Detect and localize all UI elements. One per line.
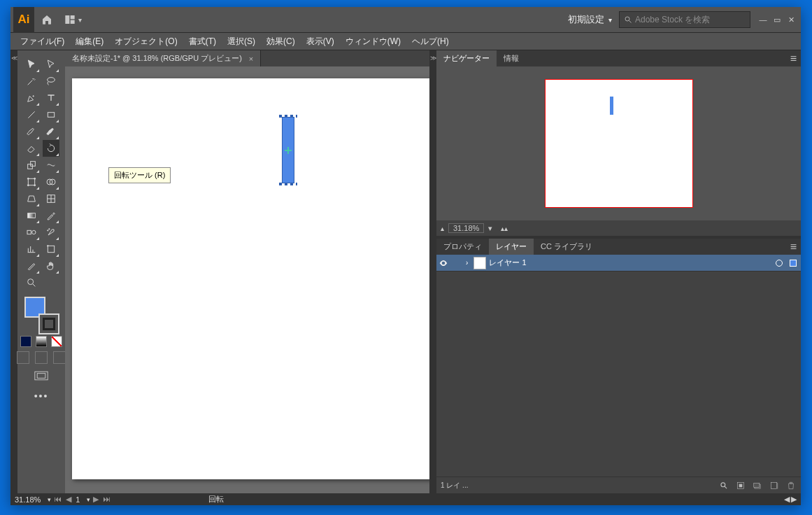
status-zoom[interactable]: 31.18% bbox=[10, 495, 45, 504]
rotate-tool[interactable] bbox=[43, 140, 59, 157]
pen-tool[interactable] bbox=[23, 90, 40, 106]
blend-tool[interactable] bbox=[23, 224, 40, 241]
artboard[interactable] bbox=[72, 78, 429, 479]
magic-wand-tool[interactable] bbox=[23, 73, 40, 90]
tab-cclib[interactable]: CC ライブラリ bbox=[534, 239, 599, 255]
svg-line-34 bbox=[33, 284, 35, 286]
layer-row[interactable]: › レイヤー 1 bbox=[436, 255, 801, 271]
color-mode-gradient[interactable] bbox=[36, 336, 47, 347]
gradient-tool[interactable] bbox=[23, 207, 40, 224]
close-button[interactable]: ✕ bbox=[784, 13, 798, 27]
width-tool[interactable] bbox=[43, 157, 59, 174]
menu-select[interactable]: 選択(S) bbox=[222, 33, 261, 50]
maximize-button[interactable]: ▭ bbox=[770, 13, 784, 27]
draw-normal[interactable] bbox=[17, 351, 29, 364]
free-transform-tool[interactable] bbox=[23, 174, 40, 190]
visibility-toggle[interactable] bbox=[436, 258, 450, 268]
zoom-out-icon[interactable]: ▴ bbox=[441, 225, 444, 232]
right-dock-toggle[interactable]: ≫ bbox=[429, 50, 436, 493]
scale-tool[interactable] bbox=[23, 157, 40, 174]
artboard-number[interactable]: 1 bbox=[71, 495, 84, 504]
layers-list: › レイヤー 1 bbox=[436, 255, 801, 477]
artboard-tool[interactable] bbox=[43, 241, 59, 258]
stroke-swatch[interactable] bbox=[38, 313, 59, 334]
minimize-button[interactable]: — bbox=[756, 13, 770, 27]
arrange-docs-button[interactable]: ▾ bbox=[64, 14, 82, 25]
zoom-in-icon[interactable]: ▴▴ bbox=[501, 225, 508, 232]
clip-mask-icon[interactable] bbox=[735, 480, 746, 491]
prev-artboard-icon[interactable]: ◀ bbox=[66, 495, 71, 504]
menu-view[interactable]: 表示(V) bbox=[301, 33, 340, 50]
first-artboard-icon[interactable]: ⏮ bbox=[54, 495, 62, 504]
expand-icon[interactable]: › bbox=[466, 259, 468, 267]
canvas[interactable] bbox=[65, 66, 429, 493]
lasso-tool[interactable] bbox=[43, 73, 59, 90]
svg-point-33 bbox=[28, 279, 34, 285]
menu-window[interactable]: ウィンドウ(W) bbox=[340, 33, 406, 50]
tab-close-icon[interactable]: × bbox=[249, 55, 253, 63]
mesh-tool[interactable] bbox=[43, 190, 59, 207]
tab-info[interactable]: 情報 bbox=[497, 50, 526, 66]
last-artboard-icon[interactable]: ⏭ bbox=[103, 495, 111, 504]
tab-properties[interactable]: プロパティ bbox=[436, 239, 489, 255]
home-button[interactable] bbox=[34, 7, 59, 33]
draw-behind[interactable] bbox=[35, 351, 48, 364]
svg-rect-1 bbox=[71, 15, 75, 19]
scroll-right-icon[interactable]: ▶ bbox=[791, 495, 797, 504]
document-tab[interactable]: 名称未設定-1* @ 31.18% (RGB/GPU プレビュー) × bbox=[65, 50, 261, 66]
selection-tool[interactable] bbox=[23, 56, 40, 73]
line-tool[interactable] bbox=[23, 106, 40, 123]
rectangle-tool[interactable] bbox=[43, 106, 59, 123]
delete-layer-icon[interactable] bbox=[785, 480, 797, 491]
zoom-chevron-icon[interactable]: ▾ bbox=[45, 496, 54, 503]
svg-rect-0 bbox=[65, 15, 69, 24]
color-mode-none[interactable] bbox=[51, 336, 62, 347]
layers-panel-menu-icon[interactable]: ≡ bbox=[786, 241, 801, 253]
next-artboard-icon[interactable]: ▶ bbox=[93, 495, 99, 504]
menu-type[interactable]: 書式(T) bbox=[183, 33, 222, 50]
draw-inside[interactable] bbox=[53, 351, 66, 364]
new-sublayer-icon[interactable] bbox=[752, 480, 763, 491]
slice-tool[interactable] bbox=[23, 258, 40, 274]
new-layer-icon[interactable] bbox=[769, 480, 780, 491]
menu-edit[interactable]: 編集(E) bbox=[70, 33, 109, 50]
menu-effect[interactable]: 効果(C) bbox=[261, 33, 301, 50]
type-tool[interactable] bbox=[43, 90, 59, 106]
brush-tool[interactable] bbox=[23, 123, 40, 140]
document-tab-label: 名称未設定-1* @ 31.18% (RGB/GPU プレビュー) bbox=[72, 53, 242, 64]
panel-menu-icon[interactable]: ≡ bbox=[786, 52, 801, 65]
hand-tool[interactable] bbox=[43, 258, 59, 274]
selected-rectangle[interactable] bbox=[282, 117, 294, 183]
tab-layers[interactable]: レイヤー bbox=[489, 239, 534, 255]
zoom-tool[interactable] bbox=[23, 274, 40, 291]
blob-brush-tool[interactable] bbox=[43, 123, 59, 140]
navigator-preview[interactable] bbox=[436, 66, 801, 220]
selection-indicator[interactable] bbox=[790, 260, 797, 267]
tab-navigator[interactable]: ナビゲーター bbox=[436, 50, 497, 66]
fill-stroke-swatch[interactable] bbox=[22, 297, 61, 336]
edit-toolbar-button[interactable]: ••• bbox=[34, 390, 49, 402]
workspace-switcher[interactable]: 初期設定 ▾ bbox=[561, 13, 619, 26]
svg-rect-42 bbox=[754, 483, 760, 487]
shape-builder-tool[interactable] bbox=[43, 174, 59, 190]
svg-line-38 bbox=[725, 486, 727, 488]
menu-file[interactable]: ファイル(F) bbox=[15, 33, 70, 50]
menu-help[interactable]: ヘルプ(H) bbox=[406, 33, 455, 50]
stock-search-input[interactable]: Adobe Stock を検索 bbox=[619, 11, 750, 28]
screen-mode-button[interactable] bbox=[34, 371, 48, 383]
direct-select-tool[interactable] bbox=[43, 56, 59, 73]
svg-line-7 bbox=[28, 111, 34, 118]
scroll-left-icon[interactable]: ◀ bbox=[784, 495, 790, 504]
eyedropper-tool[interactable] bbox=[43, 207, 59, 224]
locate-object-icon[interactable] bbox=[718, 480, 729, 491]
eraser-tool[interactable] bbox=[23, 140, 40, 157]
color-mode-solid[interactable] bbox=[20, 336, 31, 347]
perspective-tool[interactable] bbox=[23, 190, 40, 207]
symbol-spray-tool[interactable] bbox=[43, 224, 59, 241]
graph-tool[interactable] bbox=[23, 241, 40, 258]
navigator-zoom[interactable]: 31.18% bbox=[448, 223, 484, 233]
target-icon[interactable] bbox=[773, 260, 785, 267]
rotate-anchor-icon[interactable] bbox=[285, 147, 292, 154]
menu-object[interactable]: オブジェクト(O) bbox=[109, 33, 183, 50]
left-dock-toggle[interactable]: ≪ bbox=[10, 50, 17, 493]
